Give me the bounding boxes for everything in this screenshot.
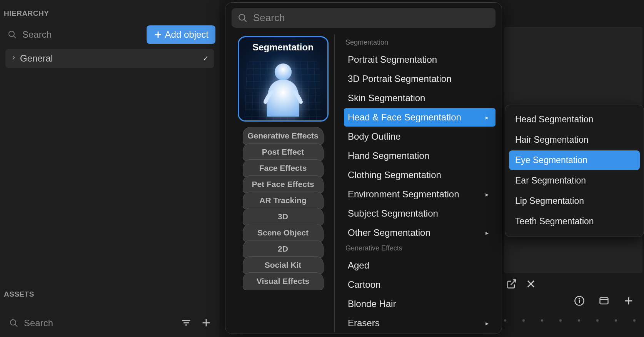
add-object-popup: Search Segmentation Generative EffectsPo…	[225, 2, 502, 334]
hierarchy-panel: HIERARCHY Search Add object General ✓ AS…	[0, 0, 219, 337]
hierarchy-search[interactable]: Search	[4, 26, 147, 43]
menu-item[interactable]: Clothing Segmentation	[344, 166, 496, 184]
submenu-item[interactable]: Eye Segmentation	[509, 150, 640, 170]
open-external-button[interactable]	[504, 276, 519, 293]
menu-item[interactable]: Environment Segmentation▸	[344, 185, 496, 204]
plus-icon	[201, 317, 212, 328]
close-icon	[526, 279, 536, 289]
category-stack-item[interactable]: Pet Face Effects	[243, 175, 324, 193]
window-icon	[599, 295, 609, 306]
category-card-active[interactable]: Segmentation	[238, 36, 329, 122]
category-stack-item[interactable]: 2D	[243, 240, 324, 258]
svg-point-23	[275, 63, 292, 80]
info-button[interactable]	[572, 293, 587, 310]
menu-item[interactable]: Skin Segmentation	[344, 89, 496, 107]
add-button[interactable]	[621, 293, 636, 310]
chevron-right-icon: ▸	[486, 114, 489, 121]
submenu-flyout: Head SegmentationHair SegmentationEye Se…	[505, 105, 644, 237]
filter-button[interactable]	[179, 315, 194, 332]
add-object-button[interactable]: Add object	[147, 25, 215, 44]
svg-line-1	[13, 36, 16, 38]
hierarchy-search-placeholder: Search	[22, 29, 52, 40]
menu-item[interactable]: Cartoon	[344, 275, 496, 294]
menu-item[interactable]: 3D Portrait Segmentation	[344, 70, 496, 88]
plus-icon	[623, 295, 634, 306]
hierarchy-tree-item[interactable]: General ✓	[5, 49, 214, 68]
chevron-right-icon: ▸	[486, 191, 489, 198]
add-object-label: Add object	[165, 29, 209, 40]
menu-item-label: Skin Segmentation	[348, 93, 425, 103]
menu-item[interactable]: Other Segmentation▸	[344, 224, 496, 242]
category-stack-item[interactable]: Generative Effects	[243, 127, 324, 145]
menu-item-label: 3D Portrait Segmentation	[348, 73, 451, 84]
submenu-item[interactable]: Ear Segmentation	[509, 171, 640, 190]
close-button[interactable]	[523, 276, 539, 293]
menu-item[interactable]: Blonde Hair	[344, 295, 496, 313]
hierarchy-title: HIERARCHY	[0, 0, 219, 23]
person-silhouette-icon	[260, 59, 306, 117]
menu-item-label: Body Outline	[348, 131, 400, 142]
menu-group-title: Generative Effects	[345, 244, 496, 252]
menu-item[interactable]: Head & Face Segmentation▸	[344, 108, 496, 127]
menu-item-label: Hand Segmentation	[348, 150, 429, 161]
info-icon	[574, 295, 585, 306]
filter-icon	[181, 317, 192, 328]
category-stack-item[interactable]: Post Effect	[243, 143, 324, 161]
chevron-right-icon: ▸	[486, 320, 489, 327]
search-icon	[8, 30, 17, 39]
window-button[interactable]	[596, 293, 612, 310]
search-icon	[238, 13, 248, 23]
menu-item-label: Portrait Segmentation	[348, 54, 437, 65]
submenu-item[interactable]: Head Segmentation	[509, 110, 640, 129]
menu-item-label: Erasers	[348, 318, 380, 329]
menu-item[interactable]: Erasers▸	[344, 314, 496, 332]
svg-line-5	[15, 324, 17, 327]
submenu-item[interactable]: Hair Segmentation	[509, 130, 640, 150]
category-stack-item[interactable]: Visual Effects	[243, 272, 324, 290]
category-card-title: Segmentation	[239, 42, 327, 53]
tree-item-label: General	[20, 53, 53, 64]
menu-column: SegmentationPortrait Segmentation3D Port…	[335, 35, 496, 332]
submenu-item[interactable]: Lip Segmentation	[509, 191, 640, 211]
menu-item-label: Aged	[348, 260, 369, 271]
category-stack-item[interactable]: Face Effects	[243, 159, 324, 177]
category-stack-item[interactable]: 3D	[243, 208, 324, 225]
svg-line-11	[511, 280, 516, 285]
assets-search-placeholder: Search	[24, 318, 53, 329]
popup-search-placeholder: Search	[253, 12, 285, 24]
svg-rect-17	[600, 298, 608, 304]
plus-icon	[153, 30, 163, 39]
menu-item-label: Head & Face Segmentation	[348, 112, 461, 123]
svg-point-21	[239, 14, 245, 20]
checkmark-icon: ✓	[203, 54, 209, 63]
menu-item[interactable]: Body Outline	[344, 127, 496, 146]
svg-point-4	[10, 320, 16, 325]
svg-point-0	[9, 31, 14, 37]
menu-item[interactable]: Hand Segmentation	[344, 147, 496, 165]
external-link-icon	[506, 279, 517, 289]
menu-group-title: Segmentation	[345, 38, 496, 47]
search-icon	[9, 319, 18, 328]
assets-title: ASSETS	[4, 290, 34, 299]
menu-item-label: Subject Segmentation	[348, 208, 438, 219]
category-stack-item[interactable]: Social Kit	[243, 256, 324, 274]
svg-point-16	[579, 298, 580, 299]
category-column: Segmentation Generative EffectsPost Effe…	[232, 35, 335, 332]
menu-item-label: Cartoon	[348, 279, 380, 290]
menu-item[interactable]: Portrait Segmentation	[344, 50, 496, 69]
menu-item[interactable]: Subject Segmentation	[344, 204, 496, 223]
category-stack-item[interactable]: AR Tracking	[243, 192, 324, 209]
assets-search[interactable]: Search	[5, 315, 174, 332]
menu-item-label: Clothing Segmentation	[348, 170, 441, 180]
chevron-right-icon	[11, 55, 16, 62]
menu-item-label: Environment Segmentation	[348, 189, 459, 200]
menu-item-label: Blonde Hair	[348, 299, 396, 309]
pagination-dots	[504, 319, 636, 322]
svg-line-22	[244, 19, 247, 22]
category-stack-item[interactable]: Scene Object	[243, 224, 324, 242]
popup-search[interactable]: Search	[232, 8, 496, 28]
menu-item[interactable]: Aged	[344, 256, 496, 275]
submenu-item[interactable]: Teeth Segmentation	[509, 212, 640, 231]
chevron-right-icon: ▸	[486, 229, 489, 237]
add-asset-button[interactable]	[199, 315, 214, 332]
